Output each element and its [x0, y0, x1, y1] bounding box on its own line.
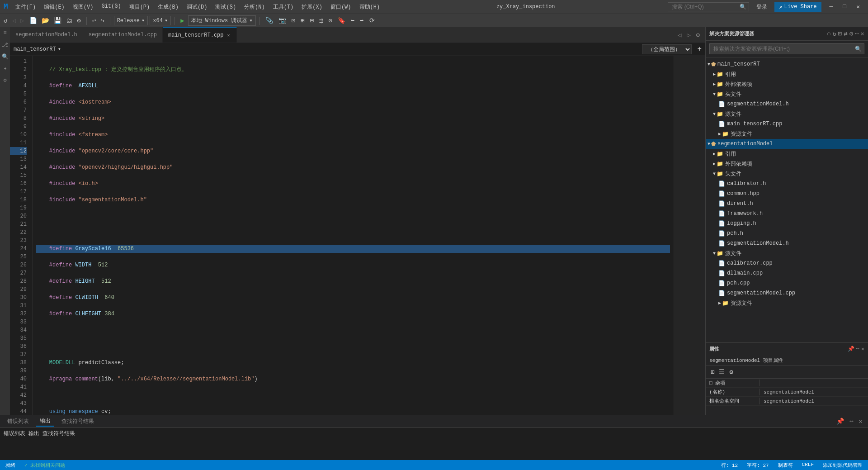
- tab-close-2[interactable]: ✕: [226, 32, 231, 38]
- tree-item-main-cpp[interactable]: 📄 main_tensorRT.cpp: [706, 119, 868, 129]
- props-list-btn[interactable]: ☰: [717, 368, 726, 376]
- tree-item-calibrator-h[interactable]: 📄 calibrator.h: [706, 179, 868, 189]
- panel-refresh-btn[interactable]: ↻: [832, 30, 836, 38]
- tree-item-framework-h[interactable]: 📄 framework.h: [706, 209, 868, 218]
- toolbar-forward-btn[interactable]: ▷: [19, 17, 26, 25]
- status-add-source[interactable]: 添加到源代码管理: [821, 462, 864, 469]
- panel-sync-btn[interactable]: ⇄: [844, 30, 847, 38]
- output-tab-find[interactable]: 查找符号结果: [58, 417, 98, 426]
- menu-build[interactable]: 生成(B): [154, 2, 182, 12]
- toolbar-btn-b[interactable]: ⊞: [299, 17, 306, 25]
- props-pin-btn[interactable]: 📌: [848, 346, 854, 352]
- tree-item-extdep-seg[interactable]: ▶ 📁 外部依赖项: [706, 159, 868, 169]
- menu-extensions[interactable]: 扩展(X): [298, 2, 326, 12]
- tree-item-res-main[interactable]: ▶ 📁 资源文件: [706, 129, 868, 139]
- panel-filter-btn[interactable]: ⊡: [838, 30, 842, 38]
- tree-project-seg-model[interactable]: ▼ ⬟ segmentationModel: [706, 139, 868, 149]
- toolbar-attach-btn[interactable]: 📎: [264, 17, 275, 25]
- output-tab-output[interactable]: 输出: [36, 416, 54, 427]
- close-button[interactable]: ✕: [852, 2, 864, 11]
- menu-project[interactable]: 项目(P): [126, 2, 154, 12]
- status-no-problems[interactable]: ✓ 未找到相关问题: [23, 462, 67, 469]
- status-spaces[interactable]: 制表符: [776, 462, 795, 469]
- menu-file[interactable]: 文件(F): [12, 2, 40, 12]
- tab-segmentation-model-h[interactable]: segmentationModel.h: [10, 27, 83, 43]
- tree-item-dirent-h[interactable]: 📄 dirent.h: [706, 199, 868, 209]
- props-settings-icon[interactable]: ⚙: [728, 368, 734, 376]
- tab-settings[interactable]: ⚙: [694, 30, 702, 40]
- tree-item-headers-main[interactable]: ▼ 📁 头文件: [706, 89, 868, 99]
- tab-scroll-left[interactable]: ◁: [676, 30, 683, 40]
- props-move-btn[interactable]: ↔: [856, 346, 859, 352]
- menu-window[interactable]: 窗口(W): [327, 2, 355, 12]
- toolbar-camera-btn[interactable]: 📷: [277, 17, 288, 25]
- status-line[interactable]: 行: 12: [719, 462, 740, 469]
- search-input[interactable]: [668, 2, 749, 11]
- output-close-btn[interactable]: ✕: [857, 417, 864, 426]
- activity-extensions[interactable]: ⚙: [1, 76, 9, 84]
- tree-item-extdep-main[interactable]: ▶ 📁 外部依赖项: [706, 79, 868, 89]
- tree-item-res-seg[interactable]: ▶ 📁 资源文件: [706, 298, 868, 308]
- props-close-btn[interactable]: ✕: [861, 346, 864, 352]
- menu-edit[interactable]: 编辑(E): [40, 2, 68, 12]
- menu-debug[interactable]: 调试(D): [183, 2, 211, 12]
- toolbar-back-btn[interactable]: ◁: [10, 17, 17, 25]
- tree-item-seg-h[interactable]: 📄 segmentationModel.h: [706, 99, 868, 109]
- menu-git[interactable]: Git(G): [98, 2, 124, 12]
- panel-move-btn[interactable]: ↔: [855, 30, 859, 38]
- scope-dropdown[interactable]: （全局范围）: [642, 44, 692, 54]
- tab-scroll-right[interactable]: ▷: [685, 30, 692, 40]
- tree-item-segmentation-h[interactable]: 📄 segmentationModel.h: [706, 238, 868, 248]
- tree-item-segmentation-cpp[interactable]: 📄 segmentationModel.cpp: [706, 288, 868, 298]
- menu-test[interactable]: 测试(S): [212, 2, 240, 12]
- tree-project-main-tensorRT[interactable]: ▼ ⬟ main_tensorRT: [706, 59, 868, 69]
- toolbar-btn-h[interactable]: ⟳: [368, 17, 377, 25]
- toolbar-bookmark-btn[interactable]: 🔖: [336, 17, 347, 25]
- toolbar-undo-btn[interactable]: ↩: [90, 17, 98, 25]
- props-grid-btn[interactable]: ⊞: [709, 368, 716, 376]
- tree-item-pch-h[interactable]: 📄 pch.h: [706, 228, 868, 238]
- toolbar-btn-a[interactable]: ⊡: [290, 17, 297, 25]
- activity-solution-explorer[interactable]: ≡: [1, 29, 9, 37]
- panel-settings-btn[interactable]: ⚙: [849, 30, 853, 38]
- tree-item-headers-seg[interactable]: ▼ 📁 头文件: [706, 169, 868, 179]
- run-dropdown[interactable]: 本地 Windows 调试器 ▾: [188, 15, 256, 26]
- tree-item-logging-h[interactable]: 📄 logging.h: [706, 218, 868, 228]
- code-content[interactable]: // Xray_test.cpp : 定义控制台应用程序的入口点。 #defin…: [33, 56, 674, 415]
- toolbar-btn-d[interactable]: ⇶: [317, 17, 325, 25]
- toolbar-save-btn[interactable]: 💾: [52, 17, 63, 25]
- tree-item-sources-seg[interactable]: ▼ 📁 源文件: [706, 248, 868, 258]
- solution-search-input[interactable]: [709, 43, 864, 54]
- code-editor[interactable]: 1234 5678 91011 12 13141516 17181920 212…: [10, 56, 705, 415]
- output-tab-errors[interactable]: 错误列表: [4, 417, 33, 426]
- tree-item-ref-seg[interactable]: ▶ 📁 引用: [706, 149, 868, 159]
- toolbar-btn-f[interactable]: ⬅: [349, 17, 356, 25]
- tab-segmentation-model-cpp[interactable]: segmentationModel.cpp: [83, 27, 163, 43]
- toolbar-extra-btn[interactable]: ⚙: [75, 17, 82, 25]
- platform-dropdown[interactable]: x64 ▾: [150, 16, 171, 25]
- output-pin-btn[interactable]: 📌: [835, 417, 846, 426]
- menu-help[interactable]: 帮助(H): [356, 2, 384, 12]
- menu-analyze[interactable]: 分析(N): [241, 2, 269, 12]
- toolbar-saveall-btn[interactable]: 🗂: [64, 17, 74, 25]
- scrollbar-vertical[interactable]: [701, 56, 705, 415]
- tree-item-ref-main[interactable]: ▶ 📁 引用: [706, 69, 868, 79]
- live-share-button[interactable]: ↗ Live Share: [774, 2, 821, 12]
- status-ready[interactable]: 就绪: [4, 462, 17, 469]
- toolbar-refresh-btn[interactable]: ↺: [2, 17, 9, 25]
- tree-item-calibrator-cpp[interactable]: 📄 calibrator.cpp: [706, 258, 868, 268]
- toolbar-btn-e[interactable]: ⊙: [326, 17, 334, 25]
- toolbar-open-btn[interactable]: 📂: [40, 17, 51, 25]
- panel-close-btn[interactable]: ✕: [861, 30, 864, 38]
- tree-item-common-hpp[interactable]: 📄 common.hpp: [706, 189, 868, 199]
- activity-search[interactable]: 🔍: [1, 52, 9, 61]
- editor-add-btn[interactable]: +: [697, 45, 702, 53]
- output-move-btn[interactable]: ↔: [848, 417, 855, 426]
- toolbar-newfile-btn[interactable]: 📄: [28, 17, 39, 25]
- toolbar-redo-btn[interactable]: ↪: [99, 17, 106, 25]
- tree-item-pch-cpp[interactable]: 📄 pch.cpp: [706, 278, 868, 288]
- config-dropdown[interactable]: Release ▾: [114, 16, 148, 25]
- menu-view[interactable]: 视图(V): [69, 2, 97, 12]
- toolbar-btn-g[interactable]: ➡: [358, 17, 365, 25]
- tab-main-tensorRT-cpp[interactable]: main_tensorRT.cpp ✕: [163, 27, 236, 43]
